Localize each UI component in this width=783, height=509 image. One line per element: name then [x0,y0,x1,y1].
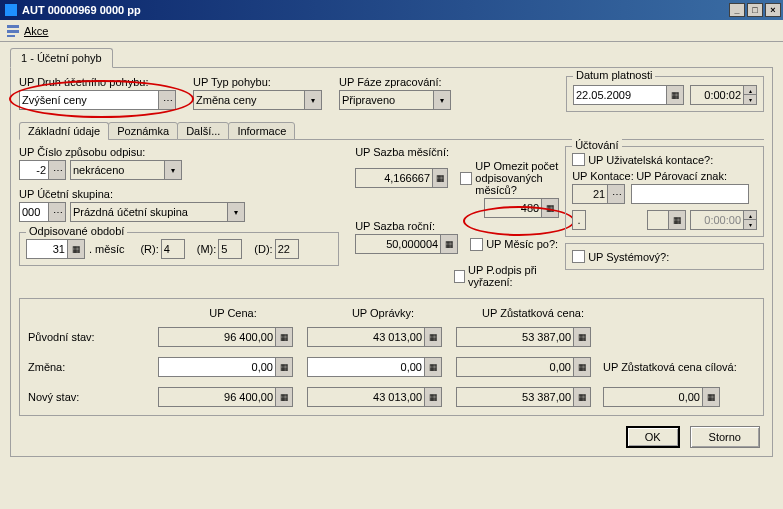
sazba-mes-label: UP Sazba měsíční: [355,146,449,158]
hdr-zust: UP Zůstatková cena: [458,307,608,319]
parov-label: UP Párovací znak: [636,170,727,182]
aux-cal-button[interactable] [669,210,686,230]
hdr-opravky: UP Oprávky: [308,307,458,319]
puvodni-zust-btn[interactable] [574,327,591,347]
puvodni-cena-btn[interactable] [276,327,293,347]
datum-legend: Datum platnosti [573,69,655,81]
cilova-btn[interactable] [703,387,720,407]
ok-button[interactable]: OK [626,426,680,448]
mesic-po-checkbox[interactable] [470,238,483,251]
hdr-cena: UP Cena: [158,307,308,319]
ucet-code-input[interactable]: 000 [19,202,49,222]
kontace-label: UP Kontace: [572,170,636,182]
main-panel: UP Druh účetního pohybu: Zvýšení ceny UP… [10,67,773,457]
odpis-mesic-lbl: . měsíc [89,243,124,255]
sazba-mes-btn[interactable] [433,168,448,188]
app-icon [4,3,18,17]
cislo-dropdown-button[interactable] [165,160,182,180]
close-button[interactable]: × [765,3,781,17]
r-lbl: (R): [140,243,158,255]
time2-spinner[interactable]: ▴▾ [744,210,757,230]
podpis-checkbox[interactable] [454,270,465,283]
dot-input: . [572,210,586,230]
minimize-button[interactable]: _ [729,3,745,17]
omezit-value: 480 [484,198,542,218]
row-label-novy: Nový stav: [28,391,158,403]
druh-input[interactable]: Zvýšení ceny [19,90,159,110]
tab-dalsi[interactable]: Další... [177,122,229,140]
window-title: AUT 00000969 0000 pp [22,4,141,16]
action-icon [6,24,20,38]
cislo-lookup-button[interactable] [49,160,66,180]
uziv-kontace-label: UP Uživatelská kontace?: [588,154,713,166]
kontace-input[interactable]: 21 [572,184,608,204]
maximize-button[interactable]: □ [747,3,763,17]
zmena-cena-btn[interactable] [276,357,293,377]
time2-input: 0:00:00 [690,210,744,230]
titlebar: AUT 00000969 0000 pp _ □ × [0,0,783,20]
faze-dropdown-button[interactable] [434,90,451,110]
novy-zust-btn[interactable] [574,387,591,407]
sazba-mes-input: 4,166667 [355,168,433,188]
novy-cena: 96 400,00 [158,387,276,407]
storno-button[interactable]: Storno [690,426,760,448]
omezit-btn[interactable] [542,198,559,218]
tab-zakladni-udaje[interactable]: Základní údaje [19,122,109,140]
odpis-cal-button[interactable] [68,239,85,259]
systemovy-label: UP Systémový?: [588,251,669,263]
sazba-roc-input: 50,000004 [355,234,441,254]
druh-label: UP Druh účetního pohybu: [19,76,185,88]
datum-calendar-button[interactable] [667,85,684,105]
time-input[interactable]: 0:00:02 [690,85,744,105]
sazba-roc-btn[interactable] [441,234,458,254]
mesic-po-label: UP Měsíc po?: [486,238,558,250]
cislo-code-input[interactable]: -2 [19,160,49,180]
tab-poznamka[interactable]: Poznámka [108,122,178,140]
ucet-text: Prázdná účetní skupina [70,202,228,222]
uctovani-legend: Účtování [572,139,621,151]
svg-rect-2 [7,35,15,37]
odpis-mesic-input[interactable]: 31 [26,239,68,259]
zmena-cena[interactable]: 0,00 [158,357,276,377]
uziv-kontace-checkbox[interactable] [572,153,585,166]
zmena-opr[interactable]: 0,00 [307,357,425,377]
tab-ucetni-pohyb[interactable]: 1 - Účetní pohyb [10,48,113,68]
novy-cena-btn[interactable] [276,387,293,407]
typ-dropdown-button[interactable] [305,90,322,110]
zmena-zust-btn[interactable] [574,357,591,377]
m-input: 5 [218,239,242,259]
systemovy-checkbox[interactable] [572,250,585,263]
sazba-roc-label: UP Sazba roční: [355,220,565,232]
row-label-puvodni: Původní stav: [28,331,158,343]
puvodni-opr: 43 013,00 [307,327,425,347]
menu-akce[interactable]: Akce [24,25,48,37]
odpis-legend: Odpisované období [26,225,127,237]
ucet-lookup-button[interactable] [49,202,66,222]
cislo-label: UP Číslo způsobu odpisu: [19,146,145,158]
group-systemovy: UP Systémový?: [565,243,764,270]
datum-input[interactable]: 22.05.2009 [573,85,667,105]
kontace-lookup-button[interactable] [608,184,625,204]
zmena-opr-btn[interactable] [425,357,442,377]
ucet-dropdown-button[interactable] [228,202,245,222]
group-uctovani: Účtování UP Uživatelská kontace?: UP Kon… [565,146,764,237]
ucet-label: UP Účetní skupina: [19,188,353,200]
group-values-table: UP Cena: UP Oprávky: UP Zůstatková cena:… [19,298,764,416]
parov-input[interactable] [631,184,749,204]
puvodni-zust: 53 387,00 [456,327,574,347]
aux-num [647,210,669,230]
cilova-label: UP Zůstatková cena cílová: [603,361,737,373]
d-input: 22 [275,239,299,259]
omezit-checkbox[interactable] [460,172,472,185]
row-label-zmena: Změna: [28,361,158,373]
time-spinner[interactable]: ▴▾ [744,85,757,105]
novy-opr-btn[interactable] [425,387,442,407]
faze-select[interactable]: Připraveno [339,90,434,110]
puvodni-opr-btn[interactable] [425,327,442,347]
typ-select[interactable]: Změna ceny [193,90,305,110]
puvodni-cena: 96 400,00 [158,327,276,347]
group-datum-platnosti: Datum platnosti 22.05.2009 0:00:02 ▴▾ [566,76,764,112]
tab-informace[interactable]: Informace [228,122,295,140]
druh-lookup-button[interactable] [159,90,176,110]
podpis-label: UP P.odpis při vyřazení: [468,264,565,288]
